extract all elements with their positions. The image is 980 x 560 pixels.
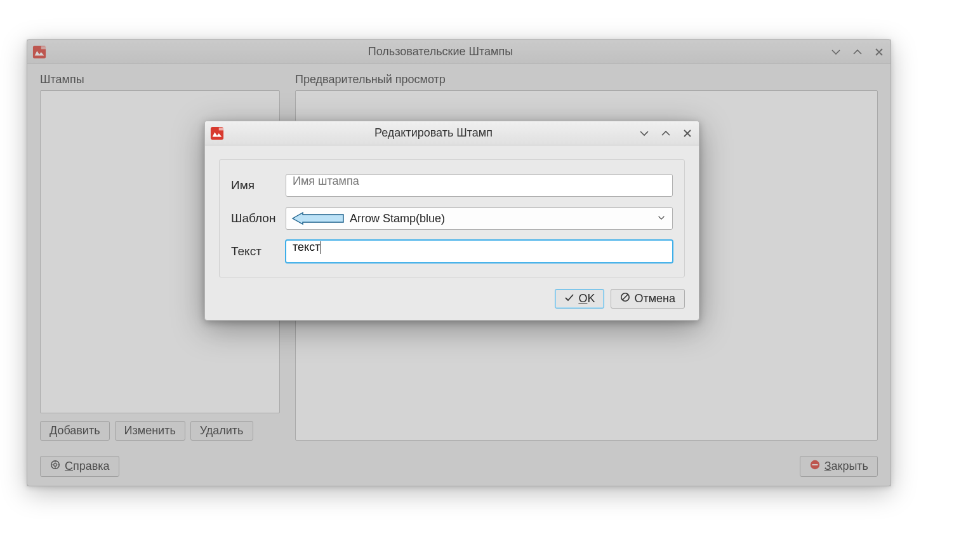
app-icon <box>32 45 46 59</box>
dialog-close-button[interactable] <box>681 127 694 140</box>
help-button[interactable]: Справка <box>40 456 119 477</box>
template-combobox[interactable]: Arrow Stamp(blue) <box>286 207 673 230</box>
template-label: Шаблон <box>231 211 286 225</box>
name-input-value: Имя штампа <box>293 175 359 187</box>
text-input-value: текст <box>293 241 320 253</box>
dialog-window-controls <box>638 127 694 140</box>
dialog-body: Имя Имя штампа Шаблон Arrow Stamp(blue) <box>205 145 699 289</box>
row-template: Шаблон Arrow Stamp(blue) <box>231 207 673 230</box>
name-input[interactable]: Имя штампа <box>286 174 673 197</box>
dialog-titlebar: Редактировать Штамп <box>205 121 699 145</box>
text-cursor <box>321 241 321 254</box>
close-main-button[interactable]: Закрыть <box>800 456 878 477</box>
svg-rect-7 <box>219 127 223 130</box>
dialog-app-icon <box>210 126 224 140</box>
arrow-shape <box>293 213 343 224</box>
main-window-title: Пользовательские Штампы <box>51 45 830 58</box>
svg-rect-5 <box>812 464 818 465</box>
dialog-minimize-button[interactable] <box>638 127 651 140</box>
stamps-buttons: Добавить Изменить Удалить <box>40 421 280 441</box>
ok-button[interactable]: OK <box>555 289 604 309</box>
dialog-footer: OK Отмена <box>205 289 699 320</box>
cancel-icon <box>620 292 630 305</box>
close-icon <box>809 459 821 474</box>
help-icon <box>50 459 61 474</box>
minimize-button[interactable] <box>830 46 842 58</box>
add-button[interactable]: Добавить <box>40 421 110 441</box>
row-name: Имя Имя штампа <box>231 174 673 197</box>
svg-point-3 <box>54 463 57 467</box>
close-button[interactable] <box>873 46 885 58</box>
bottom-row: Справка Закрыть <box>40 456 878 477</box>
dialog-title: Редактировать Штамп <box>229 126 638 140</box>
name-label: Имя <box>231 178 286 192</box>
arrow-stamp-icon <box>291 211 345 225</box>
svg-rect-1 <box>41 46 46 49</box>
edit-stamp-dialog: Редактировать Штамп Имя Имя штампа Шабло… <box>204 121 699 321</box>
row-text: Текст текст <box>231 240 673 263</box>
text-input[interactable]: текст <box>286 240 673 263</box>
text-label: Текст <box>231 244 286 258</box>
template-selected-label: Arrow Stamp(blue) <box>350 212 445 225</box>
ok-button-label: OK <box>578 292 595 305</box>
dialog-maximize-button[interactable] <box>659 127 672 140</box>
edit-stamp-form: Имя Имя штампа Шаблон Arrow Stamp(blue) <box>219 159 685 277</box>
delete-button[interactable]: Удалить <box>190 421 253 441</box>
help-button-label: Справка <box>65 460 110 473</box>
close-main-button-label: Закрыть <box>824 460 868 473</box>
main-titlebar: Пользовательские Штампы <box>27 40 891 64</box>
stamps-label: Штампы <box>40 73 280 86</box>
svg-line-9 <box>623 295 628 300</box>
main-window-controls <box>830 46 885 58</box>
preview-label: Предварительный просмотр <box>295 73 878 86</box>
edit-button[interactable]: Изменить <box>115 421 185 441</box>
cancel-button-label: Отмена <box>634 292 675 305</box>
cancel-button[interactable]: Отмена <box>611 289 685 309</box>
check-icon <box>564 292 574 305</box>
chevron-down-icon <box>657 212 666 225</box>
maximize-button[interactable] <box>851 46 864 58</box>
